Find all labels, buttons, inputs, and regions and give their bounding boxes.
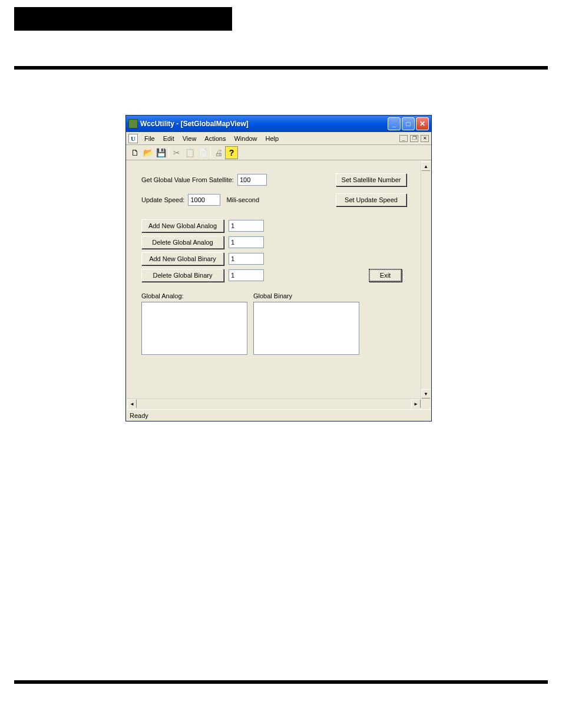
menu-window[interactable]: Window (230, 134, 261, 143)
set-satellite-button[interactable]: Set Satellite Number (336, 173, 406, 186)
update-speed-unit: Mili-second (226, 196, 259, 203)
menu-actions[interactable]: Actions (200, 134, 230, 143)
add-binary-input[interactable] (229, 253, 264, 265)
print-icon: 🖨 (212, 146, 225, 159)
cut-icon: ✂ (170, 146, 183, 159)
menu-help[interactable]: Help (262, 134, 283, 143)
vertical-scrollbar[interactable]: ▲ ▼ (421, 162, 430, 398)
delete-binary-button[interactable]: Delete Global Binary (141, 269, 224, 282)
horizontal-rule-bottom (14, 680, 548, 684)
form-area: Get Global Value From Satellite: Set Sat… (127, 162, 421, 398)
satellite-input[interactable] (237, 174, 267, 186)
maximize-button[interactable]: □ (402, 117, 415, 130)
horizontal-scrollbar[interactable]: ◄ ► (127, 398, 421, 408)
update-speed-input[interactable] (188, 194, 220, 206)
mdi-minimize-button[interactable]: _ (399, 135, 408, 142)
mdi-restore-button[interactable]: ❐ (410, 135, 418, 142)
scroll-down-icon[interactable]: ▼ (421, 389, 431, 398)
menu-edit[interactable]: Edit (159, 134, 178, 143)
statusbar: Ready (126, 409, 431, 421)
scroll-left-icon[interactable]: ◄ (127, 399, 137, 409)
app-window: WccUtility - [SetGlobalMapView] _ □ ✕ U … (125, 115, 432, 421)
menubar: U File Edit View Actions Window Help _ ❐… (126, 132, 431, 145)
scroll-up-icon[interactable]: ▲ (421, 162, 431, 171)
mdi-icon[interactable]: U (128, 134, 138, 143)
app-icon (128, 119, 138, 129)
header-block (14, 7, 232, 31)
status-text: Ready (130, 412, 148, 419)
help-icon[interactable]: ? (225, 146, 238, 159)
client-area: Get Global Value From Satellite: Set Sat… (126, 160, 431, 409)
delete-analog-input[interactable] (229, 236, 264, 248)
mdi-close-button[interactable]: ✕ (421, 135, 429, 142)
global-binary-label: Global Binary (253, 292, 359, 299)
new-icon[interactable]: 🗋 (128, 146, 141, 159)
menu-file[interactable]: File (140, 134, 159, 143)
global-analog-listbox[interactable] (141, 302, 247, 355)
add-binary-button[interactable]: Add New Global Binary (141, 252, 224, 265)
add-analog-input[interactable] (229, 220, 264, 232)
toolbar-separator (168, 147, 169, 158)
close-button[interactable]: ✕ (416, 117, 429, 130)
satellite-label: Get Global Value From Satellite: (141, 176, 234, 183)
add-analog-button[interactable]: Add New Global Analog (141, 219, 224, 232)
exit-button[interactable]: Exit (369, 269, 402, 282)
menu-view[interactable]: View (178, 134, 201, 143)
paste-icon: 📄 (196, 146, 209, 159)
copy-icon: 📋 (183, 146, 196, 159)
delete-binary-input[interactable] (229, 269, 264, 281)
global-analog-label: Global Analog: (141, 292, 247, 299)
window-title: WccUtility - [SetGlobalMapView] (140, 120, 388, 128)
open-icon[interactable]: 📂 (141, 146, 154, 159)
toolbar-separator (210, 147, 211, 158)
delete-analog-button[interactable]: Delete Global Analog (141, 236, 224, 249)
scroll-right-icon[interactable]: ► (411, 399, 421, 409)
minimize-button[interactable]: _ (388, 117, 401, 130)
toolbar: 🗋 📂 💾 ✂ 📋 📄 🖨 ? (126, 145, 431, 160)
set-update-speed-button[interactable]: Set Update Speed (336, 193, 406, 206)
horizontal-rule-top (14, 66, 548, 70)
global-binary-listbox[interactable] (253, 302, 359, 355)
titlebar[interactable]: WccUtility - [SetGlobalMapView] _ □ ✕ (126, 116, 431, 132)
save-icon[interactable]: 💾 (154, 146, 167, 159)
update-speed-label: Update Speed: (141, 196, 184, 203)
